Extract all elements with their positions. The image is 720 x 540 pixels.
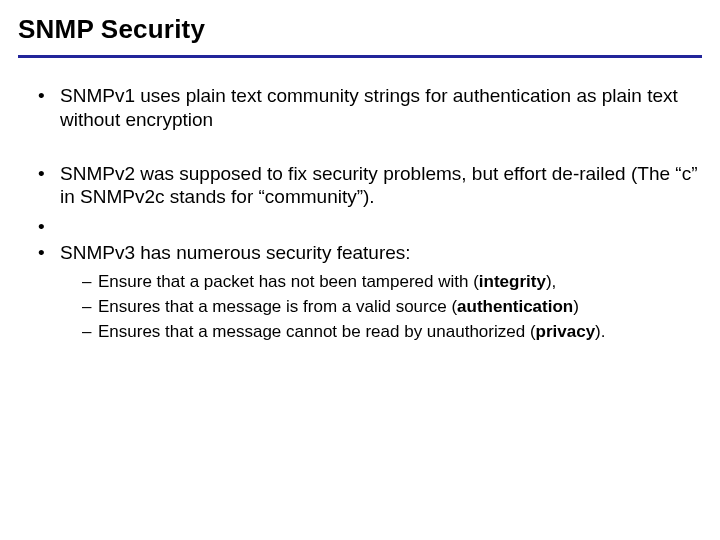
- sub-text: ),: [546, 272, 556, 291]
- bullet-item: SNMPv3 has numerous security features: E…: [38, 241, 698, 343]
- sub-text: Ensure that a packet has not been tamper…: [98, 272, 479, 291]
- bullet-item: SNMPv2 was supposed to fix security prob…: [38, 162, 698, 210]
- slide-title: SNMP Security: [18, 14, 702, 45]
- bullet-text: SNMPv2 was supposed to fix security prob…: [60, 163, 697, 208]
- sub-bullet-item: Ensure that a packet has not been tamper…: [82, 271, 698, 292]
- sub-bullet-item: Ensures that a message is from a valid s…: [82, 296, 698, 317]
- slide-body: SNMPv1 uses plain text community strings…: [18, 84, 702, 343]
- bullet-text: SNMPv3 has numerous security features:: [60, 242, 411, 263]
- slide: SNMP Security SNMPv1 uses plain text com…: [0, 0, 720, 540]
- sub-text: Ensures that a message cannot be read by…: [98, 322, 536, 341]
- sub-text: ).: [595, 322, 605, 341]
- sub-bullet-list: Ensure that a packet has not been tamper…: [60, 265, 698, 343]
- title-underline: [18, 55, 702, 58]
- keyword-privacy: privacy: [536, 322, 596, 341]
- keyword-authentication: authentication: [457, 297, 573, 316]
- sub-text: Ensures that a message is from a valid s…: [98, 297, 457, 316]
- bullet-item-empty: [38, 215, 698, 235]
- sub-text: ): [573, 297, 579, 316]
- sub-bullet-item: Ensures that a message cannot be read by…: [82, 321, 698, 342]
- bullet-list: SNMPv1 uses plain text community strings…: [18, 84, 702, 343]
- keyword-integrity: integrity: [479, 272, 546, 291]
- bullet-item: SNMPv1 uses plain text community strings…: [38, 84, 698, 132]
- bullet-text: SNMPv1 uses plain text community strings…: [60, 85, 678, 130]
